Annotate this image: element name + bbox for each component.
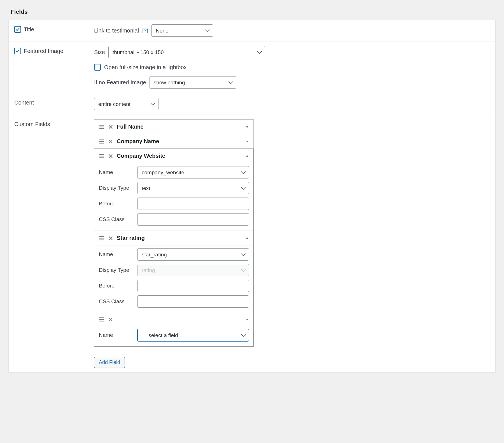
- content-label: Content: [14, 99, 34, 106]
- cf-name-select[interactable]: star_rating: [137, 248, 249, 261]
- lightbox-label: Open full-size image in a lightbox: [104, 64, 187, 71]
- custom-field-card: Company Name: [94, 134, 254, 149]
- remove-field-icon[interactable]: [108, 317, 113, 322]
- cf-name-select[interactable]: company_website: [137, 166, 249, 178]
- custom-field-card: Full Name: [94, 119, 254, 134]
- toggle-icon[interactable]: [246, 126, 249, 128]
- custom-field-card: Company WebsiteNamecompany_websiteDispla…: [94, 149, 254, 231]
- custom-field-header[interactable]: [94, 313, 253, 326]
- cf-name-select[interactable]: — select a field —: [137, 329, 249, 341]
- content-select[interactable]: entire content: [94, 98, 158, 110]
- drag-handle-icon[interactable]: [99, 236, 104, 241]
- cf-before-label: Before: [99, 201, 135, 207]
- featured-image-checkbox[interactable]: [14, 48, 21, 54]
- drag-handle-icon[interactable]: [99, 154, 104, 159]
- row-custom-fields: Custom Fields Full NameCompany NameCompa…: [9, 115, 495, 372]
- custom-field-title: Company Website: [117, 153, 242, 159]
- cf-css-class-label: CSS Class: [99, 216, 135, 222]
- size-label: Size: [94, 49, 105, 55]
- custom-field-body: Name— select a field —: [94, 326, 253, 346]
- remove-field-icon[interactable]: [108, 154, 113, 158]
- row-featured-image: Featured Image Size thumbnail - 150 x 15…: [9, 41, 495, 93]
- panel-title: Fields: [8, 8, 496, 15]
- cf-before-label: Before: [99, 283, 135, 289]
- custom-field-header[interactable]: Company Website: [94, 149, 253, 163]
- link-to-testimonial-label: Link to testimonial: [94, 27, 139, 34]
- cf-display-type-label: Display Type: [99, 267, 135, 273]
- custom-field-header[interactable]: Company Name: [94, 134, 253, 149]
- remove-field-icon[interactable]: [108, 236, 113, 240]
- cf-before-input[interactable]: [137, 280, 249, 292]
- cf-display-type-label: Display Type: [99, 185, 135, 191]
- toggle-icon[interactable]: [246, 140, 249, 143]
- toggle-icon[interactable]: [246, 318, 249, 321]
- toggle-icon[interactable]: [246, 237, 249, 240]
- cf-name-label: Name: [99, 332, 135, 338]
- custom-field-header[interactable]: Full Name: [94, 120, 253, 134]
- title-checkbox[interactable]: [14, 26, 21, 33]
- custom-fields-label: Custom Fields: [14, 121, 50, 127]
- custom-field-card: Name— select a field —: [94, 313, 254, 347]
- title-label: Title: [24, 26, 34, 33]
- cf-name-label: Name: [99, 169, 135, 175]
- help-link[interactable]: [?]: [142, 27, 148, 34]
- link-to-testimonial-select[interactable]: None: [151, 24, 213, 37]
- toggle-icon[interactable]: [246, 155, 249, 157]
- add-field-button[interactable]: Add Field: [94, 357, 125, 368]
- custom-fields-list: Full NameCompany NameCompany WebsiteName…: [94, 119, 254, 346]
- custom-field-card: Star ratingNamestar_ratingDisplay Typera…: [94, 231, 254, 313]
- drag-handle-icon[interactable]: [99, 317, 104, 322]
- custom-field-title: Star rating: [117, 235, 242, 241]
- remove-field-icon[interactable]: [108, 125, 113, 129]
- size-select[interactable]: thumbnail - 150 x 150: [108, 46, 265, 58]
- custom-field-title: Full Name: [117, 124, 242, 130]
- featured-image-label: Featured Image: [24, 48, 63, 54]
- custom-field-body: Namecompany_websiteDisplay TypetextBefor…: [94, 163, 253, 231]
- custom-field-header[interactable]: Star rating: [94, 231, 253, 245]
- drag-handle-icon[interactable]: [99, 124, 104, 129]
- cf-display-type-select: rating: [137, 264, 249, 276]
- fields-panel: Title Link to testimonial [?] None Featu…: [8, 20, 496, 373]
- cf-css-class-label: CSS Class: [99, 298, 135, 305]
- fallback-select[interactable]: show nothing: [150, 76, 236, 89]
- cf-display-type-select[interactable]: text: [137, 182, 249, 194]
- cf-before-input[interactable]: [137, 198, 249, 210]
- fallback-label: If no Featured Image: [94, 79, 146, 86]
- cf-name-label: Name: [99, 251, 135, 258]
- remove-field-icon[interactable]: [108, 139, 113, 144]
- drag-handle-icon[interactable]: [99, 139, 104, 144]
- custom-field-title: Company Name: [117, 138, 242, 145]
- cf-css-class-input[interactable]: [137, 295, 249, 308]
- row-title: Title Link to testimonial [?] None: [9, 20, 495, 41]
- cf-css-class-input[interactable]: [137, 213, 249, 226]
- lightbox-checkbox[interactable]: [94, 64, 101, 71]
- custom-field-body: Namestar_ratingDisplay TyperatingBeforeC…: [94, 245, 253, 313]
- row-content: Content entire content: [9, 93, 495, 115]
